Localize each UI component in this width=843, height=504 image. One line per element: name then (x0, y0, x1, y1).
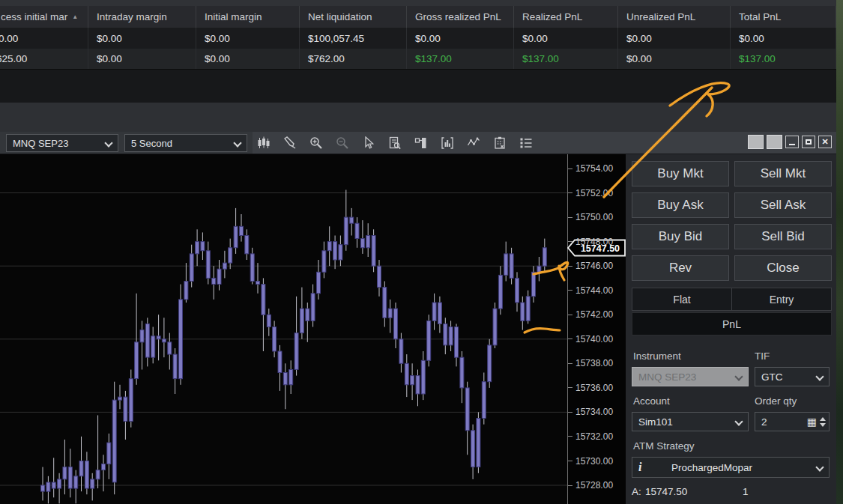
drawing-tools-icon[interactable] (282, 135, 298, 151)
cursor-icon[interactable] (360, 135, 377, 151)
zoom-out-icon[interactable] (334, 135, 351, 151)
tab-flat[interactable]: Flat (632, 288, 732, 311)
rev-button[interactable]: Rev (632, 255, 729, 281)
window-gap-band (0, 103, 836, 132)
table-cell: $137.00 (407, 49, 514, 69)
column-header-initial-margin[interactable]: Initial margin (196, 6, 300, 28)
tick-mark (568, 290, 572, 291)
column-header-total-pnl[interactable]: Total PnL (731, 6, 836, 28)
chevron-down-icon (735, 419, 742, 425)
sell-bid-button[interactable]: Sell Bid (734, 224, 832, 249)
chevron-down-icon (816, 464, 823, 471)
tick-label: 15734.00 (575, 407, 613, 417)
close-button[interactable]: Close (734, 255, 832, 281)
tab-pnl[interactable]: PnL (632, 312, 832, 336)
column-header-unrealized-pnl[interactable]: Unrealized PnL (618, 6, 731, 28)
instrument-field[interactable]: MNQ SEP23 (632, 367, 749, 386)
line-tool-icon[interactable] (465, 135, 482, 151)
table-cell: 0.00 (0, 28, 88, 49)
tick-label: 15748.00 (575, 237, 613, 247)
axis-tick: 15752.00 (568, 188, 613, 198)
column-header-realized-pnl[interactable]: Realized PnL (514, 6, 618, 28)
price-axis[interactable]: 15747.50 15754.0015752.0015750.0015748.0… (567, 154, 626, 504)
calculator-icon[interactable]: ▦ (807, 416, 817, 427)
tick-label: 15742.00 (575, 309, 613, 320)
table-row[interactable]: 625.00$0.00$0.00$762.00$137.00$137.00$0.… (0, 49, 836, 70)
indicators-icon[interactable] (439, 135, 456, 151)
tick-mark (568, 168, 572, 169)
tick-mark (568, 241, 572, 242)
minimize-button[interactable] (785, 136, 799, 148)
atm-strategy-select[interactable]: i ProchargedMopar (632, 457, 830, 478)
tick-label: 15738.00 (575, 358, 613, 368)
toolbar-icons (256, 132, 534, 154)
buy-mkt-button[interactable]: Buy Mkt (632, 161, 729, 186)
table-cell: $0.00 (196, 49, 300, 69)
spinner-up-icon[interactable] (820, 417, 826, 421)
tab-entry[interactable]: Entry (732, 288, 832, 311)
tick-label: 15754.00 (575, 163, 613, 174)
order-qty-field[interactable]: 2 ▦ (755, 412, 830, 431)
order-entry-panel: Buy MktSell MktBuy AskSell AskBuy BidSel… (626, 154, 836, 504)
zoom-in-icon[interactable] (308, 135, 324, 151)
buy-bid-button[interactable]: Buy Bid (632, 224, 729, 249)
buy-ask-button[interactable]: Buy Ask (632, 192, 729, 218)
table-row[interactable]: 0.00$0.00$0.00$100,057.45$0.00$0.00$0.00… (0, 28, 836, 49)
tick-label: 15746.00 (575, 261, 613, 271)
column-header-cess-initial-mar[interactable]: cess initial mar▲ (0, 6, 88, 28)
tif-select-value: GTC (761, 371, 816, 383)
axis-tick: 15738.00 (568, 358, 613, 368)
table-cell: $100,057.45 (300, 28, 407, 49)
tick-mark (568, 485, 572, 486)
tick-label: 15752.00 (575, 188, 613, 198)
column-header-intraday-margin[interactable]: Intraday margin (88, 6, 196, 28)
tick-mark (568, 217, 572, 218)
table-cell: $137.00 (514, 49, 618, 69)
qty-spinner[interactable] (820, 417, 826, 427)
tick-mark (568, 461, 572, 461)
position-qty-value: 1 (743, 486, 749, 497)
close-button[interactable]: ✕ (818, 136, 832, 148)
panel-toggle-button-2[interactable] (767, 135, 782, 149)
tick-mark (568, 315, 572, 315)
interval-select[interactable]: 5 Second (124, 134, 247, 152)
instrument-select[interactable]: MNQ SEP23 (6, 134, 118, 152)
desktop-background-strip (836, 0, 843, 504)
table-cell: $0.00 (407, 28, 514, 49)
order-buttons-grid: Buy MktSell MktBuy AskSell AskBuy BidSel… (632, 161, 832, 281)
table-cell: $0.00 (88, 28, 196, 49)
table-cell: $0.00 (514, 28, 618, 49)
info-icon[interactable]: i (638, 461, 658, 474)
data-box-icon[interactable] (387, 135, 403, 151)
sell-mkt-button[interactable]: Sell Mkt (734, 161, 832, 186)
column-header-net-liquidation[interactable]: Net liquidation (300, 6, 407, 28)
chart-trader-icon[interactable] (413, 135, 429, 151)
chevron-down-icon (234, 140, 241, 147)
table-cell: $0.00 (88, 49, 196, 69)
tick-mark (568, 338, 572, 339)
order-qty-label: Order qty (755, 395, 797, 407)
axis-tick: 15730.00 (568, 456, 613, 467)
instrument-label: Instrument (633, 350, 681, 362)
chevron-down-icon (105, 140, 112, 147)
accounts-table-header: cess initial mar▲Intraday marginInitial … (0, 6, 836, 28)
table-cell: $0.00 (618, 49, 731, 69)
axis-tick: 15736.00 (568, 383, 613, 393)
tick-label: 15732.00 (575, 431, 613, 442)
account-select[interactable]: Sim101 (632, 412, 749, 431)
axis-tick: 15750.00 (568, 212, 613, 222)
column-header-gross-realized-pnl[interactable]: Gross realized PnL (407, 6, 514, 28)
properties-icon[interactable] (518, 135, 534, 151)
chart-canvas[interactable] (0, 154, 567, 504)
tick-mark (568, 266, 572, 267)
panel-toggle-button[interactable] (748, 135, 764, 149)
spinner-down-icon[interactable] (820, 423, 826, 427)
maximize-button[interactable] (802, 136, 815, 148)
account-select-value: Sim101 (638, 416, 735, 428)
tif-select[interactable]: GTC (755, 367, 830, 386)
strategies-icon[interactable] (492, 135, 508, 151)
tick-mark (568, 436, 572, 437)
sell-ask-button[interactable]: Sell Ask (734, 192, 832, 218)
tick-label: 15740.00 (575, 334, 613, 344)
candlestick-chart-icon[interactable] (256, 135, 272, 151)
